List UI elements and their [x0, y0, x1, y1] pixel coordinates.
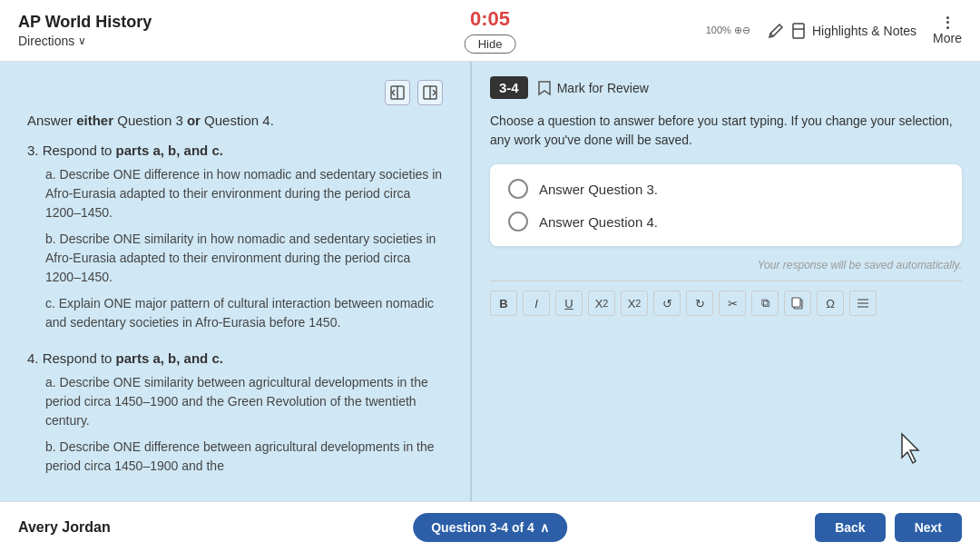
next-button[interactable]: Next: [895, 513, 962, 542]
cut-button[interactable]: ✂: [719, 291, 746, 316]
radio-circle-4: [508, 212, 528, 232]
more-icon: [946, 16, 949, 29]
right-panel: 3-4 Mark for Review Choose a question to…: [472, 62, 980, 501]
question-badge: 3-4: [490, 76, 528, 99]
question-4-section: 4. Respond to parts a, b, and c. a. Desc…: [27, 350, 443, 476]
paste-icon: [791, 297, 804, 310]
radio-circle-3: [508, 179, 528, 199]
timer-display: 0:05: [470, 7, 510, 31]
answer-option-4[interactable]: Answer Question 4.: [508, 212, 944, 232]
more-label: More: [933, 31, 962, 45]
question-3a: a. Describe ONE difference in how nomadi…: [45, 165, 443, 222]
student-name: Avery Jordan: [18, 519, 111, 536]
collapse-left-icon[interactable]: [417, 80, 443, 105]
superscript-button[interactable]: X2: [588, 291, 615, 316]
back-button[interactable]: Back: [815, 513, 885, 542]
highlights-notes-label: Highlights & Notes: [812, 24, 916, 38]
question-4-title: 4. Respond to parts a, b, and c.: [27, 350, 443, 366]
question-3b: b. Describe ONE similarity in how nomadi…: [45, 230, 443, 287]
header-center: 0:05 Hide: [465, 7, 516, 54]
bold-button[interactable]: B: [490, 291, 517, 316]
redo-button[interactable]: ↻: [686, 291, 713, 316]
editor-toolbar: B I U X2 X2 ↺ ↻ ✂ ⧉ Ω: [490, 281, 962, 316]
app-title: AP World History: [18, 13, 152, 32]
panel-controls: [27, 80, 443, 105]
instruction-text: Answer either Question 3 or Question 4.: [27, 113, 443, 128]
question-3-items: a. Describe ONE difference in how nomadi…: [45, 165, 443, 332]
italic-button[interactable]: I: [523, 291, 550, 316]
left-panel: Answer either Question 3 or Question 4. …: [0, 62, 472, 501]
list-icon: [857, 297, 869, 310]
special-chars-button[interactable]: Ω: [817, 291, 844, 316]
instruction-prompt: Choose a question to answer before you s…: [490, 112, 962, 150]
chevron-up-icon: ∧: [540, 520, 549, 535]
footer: Avery Jordan Question 3-4 of 4 ∧ Back Ne…: [0, 501, 980, 552]
undo-button[interactable]: ↺: [653, 291, 681, 316]
answer-option-4-label: Answer Question 4.: [539, 214, 658, 230]
question-nav-label: Question 3-4 of 4: [431, 520, 534, 535]
mark-for-review-button[interactable]: Mark for Review: [537, 80, 649, 96]
hide-button[interactable]: Hide: [465, 34, 516, 54]
question-badge-row: 3-4 Mark for Review: [490, 76, 962, 99]
main-content: Answer either Question 3 or Question 4. …: [0, 62, 980, 501]
underline-button[interactable]: U: [555, 291, 583, 316]
subscript-button[interactable]: X2: [621, 291, 648, 316]
svg-rect-0: [793, 24, 804, 38]
question-nav-button[interactable]: Question 3-4 of 4 ∧: [413, 513, 567, 542]
question-3c: c. Explain ONE major pattern of cultural…: [45, 294, 443, 332]
question-4a: a. Describe ONE similarity between agric…: [45, 373, 443, 430]
question-4b: b. Describe ONE difference between agric…: [45, 438, 443, 476]
bookmark-flag-icon: [537, 80, 552, 96]
header: AP World History Directions ∨ 0:05 Hide …: [0, 0, 980, 62]
chevron-down-icon: ∨: [78, 34, 86, 47]
more-button[interactable]: More: [933, 16, 962, 45]
header-right: 100% ⊕⊖ Highlights & Notes More: [706, 16, 962, 45]
question-3-title: 3. Respond to parts a, b, and c.: [27, 143, 443, 158]
zoom-info: 100% ⊕⊖: [706, 25, 750, 36]
cursor-indicator: [898, 432, 926, 465]
paste-button[interactable]: [784, 291, 811, 316]
question-4-items: a. Describe ONE similarity between agric…: [45, 373, 443, 476]
header-left: AP World History Directions ∨: [18, 13, 152, 48]
question-3-section: 3. Respond to parts a, b, and c. a. Desc…: [27, 143, 443, 332]
answer-option-3[interactable]: Answer Question 3.: [508, 179, 944, 199]
svg-rect-6: [792, 298, 800, 307]
footer-right: Back Next: [815, 513, 962, 542]
autosave-text: Your response will be saved automaticall…: [490, 259, 962, 271]
highlights-notes-button[interactable]: Highlights & Notes: [767, 22, 916, 40]
directions-button[interactable]: Directions ∨: [18, 34, 152, 48]
bookmark-icon: [789, 22, 808, 40]
mark-review-label: Mark for Review: [557, 81, 649, 95]
directions-label: Directions: [18, 34, 74, 48]
answer-option-3-label: Answer Question 3.: [539, 182, 658, 197]
copy-button[interactable]: ⧉: [751, 291, 779, 316]
list-button[interactable]: [849, 291, 877, 316]
answer-selection-box: Answer Question 3. Answer Question 4.: [490, 164, 962, 246]
expand-left-icon[interactable]: [385, 80, 410, 105]
question-navigation: Question 3-4 of 4 ∧: [413, 513, 567, 542]
pencil-icon: [767, 22, 785, 40]
